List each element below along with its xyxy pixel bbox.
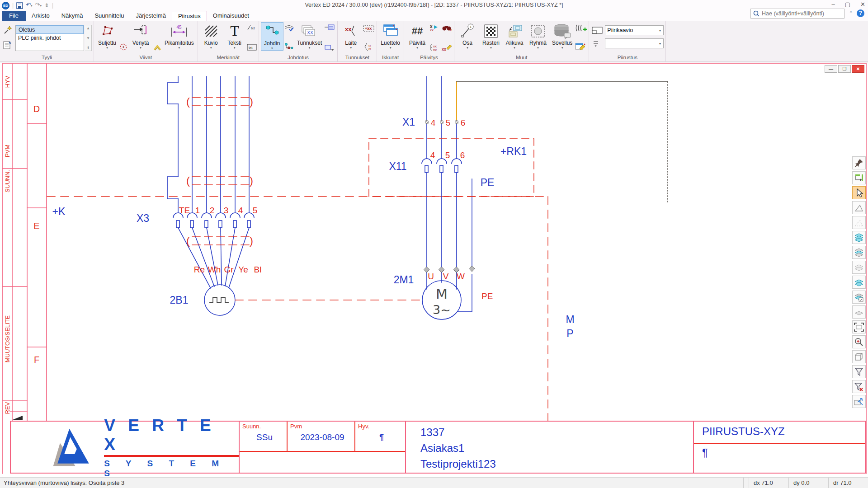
tab-piirustus[interactable]: Piirustus [172,11,207,21]
suljettu-button[interactable]: Suljettu▾ [96,22,118,50]
part-leader-icon: 1 [460,23,475,39]
style-properties-icon[interactable] [3,40,13,50]
scale-select[interactable]: ▼ [605,38,664,48]
rotate-view-tool[interactable] [852,171,866,184]
kuvio-button[interactable]: Kuvio▾ [200,22,222,50]
svg-text:Wh: Wh [208,265,221,274]
tab-arkisto[interactable]: Arkisto [26,11,56,21]
tab-jarjestelma[interactable]: Järjestelmä [130,11,171,21]
collapse-ribbon-icon[interactable]: ⌃ [849,10,853,16]
luettelo-button[interactable]: Luettelo▾ [379,22,402,50]
teksti-button[interactable]: T Teksti▾ [223,22,246,50]
doc-minimize-button[interactable]: — [825,65,837,73]
tab-file[interactable]: File [2,11,26,21]
minimize-button[interactable]: – [832,1,835,8]
circle-tool-icon[interactable] [119,43,127,51]
help-icon[interactable]: ? [857,9,864,17]
component-labels[interactable]: X1 +RK1 X11 PE X3 +K 2B1 2M1 M P [52,116,575,339]
text-box-icon[interactable]: txt [247,44,257,51]
select-cursor-tool[interactable] [852,186,866,199]
layer-single-tool[interactable] [852,305,866,319]
ryhma-button[interactable]: Ryhmä▾ [527,22,549,50]
layers-two-tool[interactable] [852,276,866,289]
svg-text:Bl: Bl [254,265,262,274]
alikuva-button[interactable]: Alikuva▾ [503,22,526,50]
doc-close-button[interactable]: ✕ [852,65,864,73]
svg-text:xx: xx [442,47,446,51]
filter-clear-tool[interactable] [852,380,866,393]
app-icon[interactable] [2,2,9,9]
filter-tool[interactable] [852,365,866,378]
redo-icon[interactable]: ↷▾ [35,1,42,10]
zoom-in-tool[interactable] [852,335,866,348]
layers-checkbox-tool[interactable] [852,291,866,304]
undo-icon[interactable]: ↶▾ [26,1,32,10]
venyta-button[interactable]: Venytä▾ [129,22,152,50]
paivita-button[interactable]: ## Päivitä▾ [406,22,429,50]
solid-box-tool[interactable] [852,350,866,363]
pin-tool[interactable] [852,156,866,169]
tag-corner-icon[interactable] [325,45,335,51]
triangle-ghost-tool[interactable] [852,216,866,229]
tab-suunnittelu[interactable]: Suunnittelu [89,11,130,21]
renumber-list-icon[interactable]: xxxx [429,44,440,51]
osa-button[interactable]: 1 Osa▾ [456,22,479,50]
zoom-extents-tool[interactable] [852,320,866,333]
wire-check-icon[interactable] [284,24,294,32]
tag-on-wire-icon[interactable] [325,24,335,30]
triangle-tool[interactable] [852,201,866,214]
refresh-hash-icon: ## [412,25,423,37]
customize-qat-icon[interactable]: ⇟ [44,1,49,9]
search-box[interactable] [750,9,844,19]
svg-text:REV: REV [4,402,11,414]
layers-all-tool[interactable] [852,231,866,244]
search-input[interactable] [762,10,839,17]
find-binoculars-icon[interactable]: xx [441,24,452,31]
svg-text:6: 6 [460,150,465,160]
motor-circuit-wires[interactable] [422,76,472,319]
svg-text:+xx: +xx [365,26,372,31]
laite-button[interactable]: xx Laite▾ [340,22,362,50]
maximize-button[interactable]: ▢ [845,1,850,8]
drawing-canvas[interactable]: — ❐ ✕ [0,62,868,477]
company-logo: V E R T E X S Y S T E M S [11,422,240,473]
sheet-type-icon [592,26,603,34]
line-style-list[interactable]: Oletus PLC piirik. johdot [15,25,84,51]
pikamitoitus-button[interactable]: 45 Pikamitoitus▾ [163,22,196,50]
list-scrollbar[interactable]: ▲▼⇟ [85,25,92,51]
chevron-vertex-icon[interactable] [153,44,162,51]
device-area-icon[interactable]: +xx [363,24,375,32]
rasteri-button[interactable]: Rasteri▾ [480,22,502,50]
text-leader-icon[interactable]: txt [247,24,257,31]
tab-nakyma[interactable]: Näkymä [56,11,89,21]
layers-mixed-tool[interactable] [852,246,866,259]
rename-arrow-icon[interactable]: xxx [429,24,440,31]
list-item[interactable]: PLC piirik. johdot [16,34,84,42]
schematic-drawing[interactable]: HYV PVM SUUNN. MUUTOS/SELITE REV D E F [0,62,868,478]
tab-ominaisuudet[interactable]: Ominaisuudet [207,11,255,21]
list-item[interactable]: Oletus [16,25,84,34]
edit-pencil-icon[interactable]: xx [441,44,452,51]
wire-bundle[interactable] [167,76,254,315]
doc-restore-button[interactable]: ❐ [838,65,851,73]
quick-dimension-icon: 45 [169,24,189,38]
drawing-type-select[interactable]: Piirikaavio▼ [605,25,664,35]
sovellus-button[interactable]: Sovellus▾ [550,22,574,50]
stretch-icon [133,24,148,38]
search-icon [753,10,760,17]
johdin-button[interactable]: Johdin▾ [261,22,283,51]
macro-add-icon[interactable] [575,24,587,33]
database-icon [552,23,572,39]
app-edit-icon[interactable] [575,42,587,51]
layers-off-tool[interactable] [852,261,866,274]
group-label: Merkinnät [200,54,257,61]
device-switch-icon[interactable]: ıxıx [363,43,375,51]
ribbon-group-ikkunat: Luettelo▾ Ikkunat [377,21,404,61]
tunnukset-button[interactable]: XX Tunnukset▾ [295,22,324,50]
save-icon[interactable] [16,2,23,9]
close-button[interactable]: ✕ [860,1,865,8]
ribbon-group-tyyli: Oletus PLC piirik. johdot ▲▼⇟ Tyyli [0,21,94,61]
swap-windows-tool[interactable] [852,395,866,408]
style-wand-icon[interactable] [3,25,13,35]
wire-node-icon[interactable] [284,43,294,51]
